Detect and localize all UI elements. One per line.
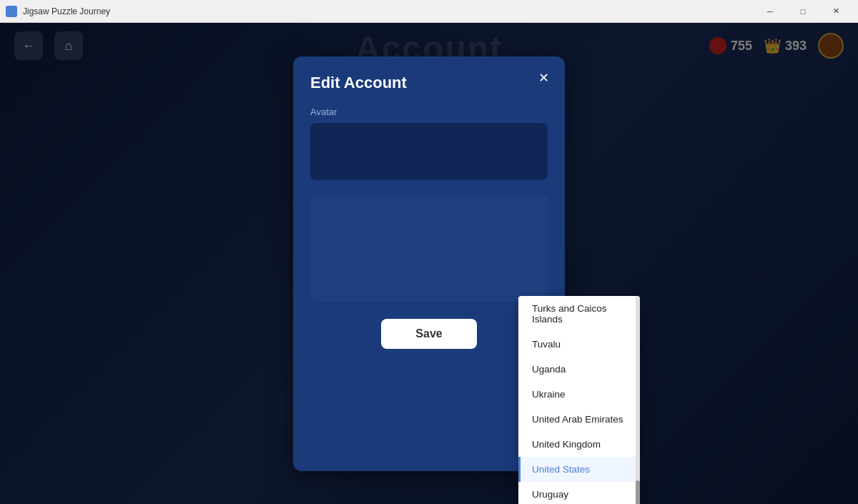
titlebar-left: Jigsaw Puzzle Journey xyxy=(6,6,110,17)
modal-overlay: Turks and Caicos IslandsTuvaluUgandaUkra… xyxy=(0,23,858,504)
dropdown-item[interactable]: Tuvalu xyxy=(518,332,640,357)
dropdown-item[interactable]: United Arab Emirates xyxy=(518,407,640,432)
app-name: Jigsaw Puzzle Journey xyxy=(23,6,110,16)
app-body: ← ⌂ Account 755 👑 393 Turks and Caic xyxy=(0,23,858,504)
modal-close-button[interactable]: ✕ xyxy=(533,68,553,88)
app-icon xyxy=(6,6,17,17)
dropdown-item[interactable]: Turks and Caicos Islands xyxy=(518,296,640,332)
country-dropdown-list[interactable]: Turks and Caicos IslandsTuvaluUgandaUkra… xyxy=(518,296,640,505)
close-icon: ✕ xyxy=(538,70,549,86)
avatar-label: Avatar xyxy=(310,107,548,117)
titlebar-controls: ─ □ ✕ xyxy=(754,0,852,23)
dropdown-item[interactable]: United Kingdom xyxy=(518,432,640,457)
minimize-button[interactable]: ─ xyxy=(754,0,786,23)
dropdown-item[interactable]: United States xyxy=(518,457,640,482)
dropdown-item[interactable]: Ukraine xyxy=(518,382,640,407)
dropdown-item[interactable]: Uganda xyxy=(518,357,640,382)
scrollbar-track xyxy=(636,296,640,505)
country-section[interactable] xyxy=(310,194,548,302)
dropdown-item[interactable]: Uruguay xyxy=(518,482,640,505)
avatar-section xyxy=(310,123,548,180)
save-button[interactable]: Save xyxy=(381,319,476,349)
scrollbar-thumb[interactable] xyxy=(636,480,640,504)
titlebar: Jigsaw Puzzle Journey ─ □ ✕ xyxy=(0,0,858,23)
modal-title: Edit Account xyxy=(310,74,548,92)
maximize-button[interactable]: □ xyxy=(786,0,819,23)
close-button[interactable]: ✕ xyxy=(819,0,852,23)
